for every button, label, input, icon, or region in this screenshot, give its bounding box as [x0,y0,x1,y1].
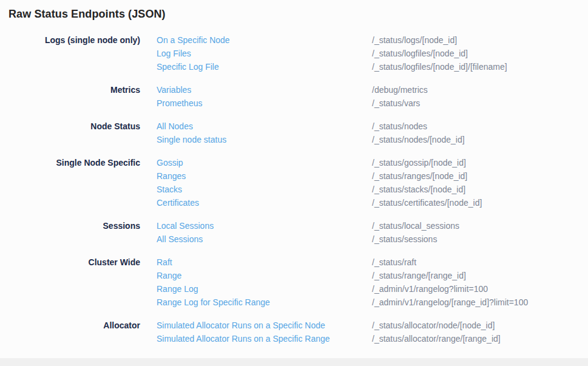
endpoint-row: Simulated Allocator Runs on a Specific N… [157,319,580,332]
section-category-label: Cluster Wide [8,256,157,309]
endpoint-row: Ranges /_status/ranges/[node_id] [157,169,580,183]
endpoint-row: On a Specific Node /_status/logs/[node_i… [157,33,580,47]
endpoint-link[interactable]: Specific Log File [157,60,372,73]
endpoint-link[interactable]: All Nodes [157,120,372,133]
section-rows: All Nodes /_status/nodes Single node sta… [157,120,580,146]
endpoint-section: Metrics Variables /debug/metrics Prometh… [8,83,580,110]
endpoint-link[interactable]: Prometheus [157,97,372,110]
endpoint-link[interactable]: Range Log for Specific Range [157,296,372,309]
endpoint-row: Gossip /_status/gossip/[node_id] [157,156,580,169]
endpoint-row: Variables /debug/metrics [157,83,580,97]
endpoint-row: All Nodes /_status/nodes [157,120,580,133]
endpoint-link[interactable]: Certificates [157,196,372,209]
endpoint-row: All Sessions /_status/sessions [157,232,580,246]
endpoint-path: /_status/logfiles/[node_id]/[filename] [372,60,507,73]
endpoint-section: Sessions Local Sessions /_status/local_s… [8,219,580,246]
endpoint-section: Single Node Specific Gossip /_status/gos… [8,156,580,209]
endpoint-table: Logs (single node only) On a Specific No… [8,33,580,345]
endpoint-path: /_status/vars [372,97,420,110]
endpoint-link[interactable]: Ranges [157,169,372,183]
section-rows: Gossip /_status/gossip/[node_id] Ranges … [157,156,580,209]
endpoint-path: /_status/certificates/[node_id] [372,196,482,209]
endpoint-path: /_status/ranges/[node_id] [372,169,467,183]
section-category-label: Allocator [8,319,157,345]
endpoint-section: Logs (single node only) On a Specific No… [8,33,580,73]
section-rows: Simulated Allocator Runs on a Specific N… [157,319,580,345]
endpoint-link[interactable]: Range [157,269,372,282]
endpoint-path: /_status/logfiles/[node_id] [372,47,468,60]
endpoint-row: Certificates /_status/certificates/[node… [157,196,580,209]
section-rows: Raft /_status/raft Range /_status/range/… [157,256,580,309]
endpoint-path: /debug/metrics [372,83,428,97]
endpoint-row: Range /_status/range/[range_id] [157,269,580,282]
section-rows: On a Specific Node /_status/logs/[node_i… [157,33,580,73]
endpoint-path: /_status/gossip/[node_id] [372,156,466,169]
endpoint-path: /_status/sessions [372,232,437,246]
raw-status-endpoints-page: Raw Status Endpoints (JSON) Logs (single… [0,0,588,366]
endpoint-section: Node Status All Nodes /_status/nodes Sin… [8,120,580,146]
endpoint-path: /_status/allocator/node/[node_id] [372,319,495,332]
endpoint-row: Stacks /_status/stacks/[node_id] [157,183,580,196]
endpoint-row: Simulated Allocator Runs on a Specific R… [157,332,580,345]
endpoint-link[interactable]: Simulated Allocator Runs on a Specific N… [157,319,372,332]
endpoint-link[interactable]: Local Sessions [157,219,372,232]
endpoint-link[interactable]: Stacks [157,183,372,196]
section-rows: Local Sessions /_status/local_sessions A… [157,219,580,246]
section-category-label: Single Node Specific [8,156,157,209]
endpoint-link[interactable]: Range Log [157,282,372,296]
endpoint-link[interactable]: All Sessions [157,232,372,246]
endpoint-row: Range Log /_admin/v1/rangelog?limit=100 [157,282,580,296]
endpoint-path: /_status/local_sessions [372,219,459,232]
endpoint-row: Prometheus /_status/vars [157,97,580,110]
endpoint-row: Single node status /_status/nodes/[node_… [157,133,580,146]
endpoint-row: Log Files /_status/logfiles/[node_id] [157,47,580,60]
endpoint-section: Cluster Wide Raft /_status/raft Range /_… [8,256,580,309]
endpoint-path: /_status/allocator/range/[range_id] [372,332,501,345]
section-category-label: Metrics [8,83,157,110]
endpoint-row: Specific Log File /_status/logfiles/[nod… [157,60,580,73]
endpoint-link[interactable]: Raft [157,256,372,269]
section-rows: Variables /debug/metrics Prometheus /_st… [157,83,580,110]
endpoint-path: /_status/logs/[node_id] [372,33,457,47]
section-category-label: Logs (single node only) [8,33,157,73]
endpoint-link[interactable]: On a Specific Node [157,33,372,47]
endpoint-link[interactable]: Gossip [157,156,372,169]
endpoint-path: /_status/stacks/[node_id] [372,183,465,196]
endpoint-row: Raft /_status/raft [157,256,580,269]
endpoint-link[interactable]: Variables [157,83,372,97]
endpoint-section: Allocator Simulated Allocator Runs on a … [8,319,580,345]
endpoint-path: /_status/raft [372,256,416,269]
endpoint-path: /_status/nodes [372,120,427,133]
page-title: Raw Status Endpoints (JSON) [8,8,580,21]
endpoint-path: /_status/nodes/[node_id] [372,133,465,146]
endpoint-link[interactable]: Simulated Allocator Runs on a Specific R… [157,332,372,345]
endpoint-path: /_status/range/[range_id] [372,269,466,282]
endpoint-link[interactable]: Log Files [157,47,372,60]
endpoint-path: /_admin/v1/rangelog?limit=100 [372,282,488,296]
section-category-label: Node Status [8,120,157,146]
endpoint-path: /_admin/v1/rangelog/[range_id]?limit=100 [372,296,528,309]
footer-strip [0,358,588,366]
endpoint-row: Range Log for Specific Range /_admin/v1/… [157,296,580,309]
endpoint-row: Local Sessions /_status/local_sessions [157,219,580,232]
endpoint-link[interactable]: Single node status [157,133,372,146]
section-category-label: Sessions [8,219,157,246]
